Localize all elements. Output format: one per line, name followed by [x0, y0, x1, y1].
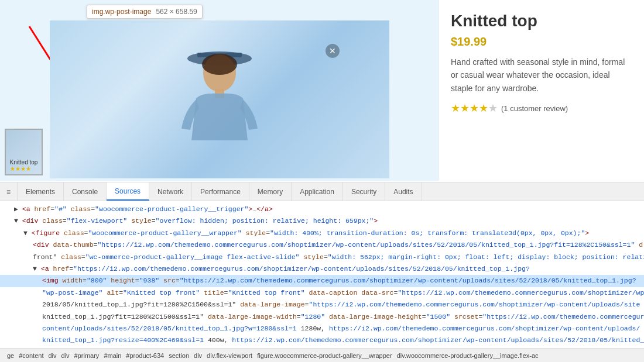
code-line[interactable]: content/uploads/sites/52/2018/05/knitted… [0, 323, 644, 335]
code-line[interactable]: ▼ <figure class="woocommerce-product-gal… [0, 227, 644, 239]
breadcrumb-item[interactable]: #main [101, 352, 124, 359]
breadcrumb-item[interactable]: div [59, 352, 72, 359]
breadcrumb-bar: ge #content div div #primary #main #prod… [0, 348, 644, 362]
product-area: img.wp-post-image 562 × 658.59 Knitted t… [0, 0, 644, 181]
product-title: Knitted top [451, 12, 632, 30]
tab-menu[interactable]: ≡ [0, 182, 18, 201]
tab-performance[interactable]: Performance [192, 182, 249, 201]
tab-console[interactable]: Console [64, 182, 107, 201]
breadcrumb-item[interactable]: #content [16, 352, 46, 359]
tab-sources[interactable]: Sources [107, 182, 149, 201]
thumbnail-item[interactable]: Knitted top ★★★★ [5, 129, 43, 175]
tab-security[interactable]: Security [343, 182, 385, 201]
tooltip-dimensions: 562 × 658.59 [156, 8, 197, 16]
code-line[interactable]: ▶ <a href="#" class="woocommerce-product… [0, 204, 644, 215]
gallery-area: img.wp-post-image 562 × 658.59 Knitted t… [0, 0, 439, 181]
code-line[interactable]: 2018/05/knitted_top_1.jpg?fit=1280%2C150… [0, 299, 644, 311]
product-image-silhouette [155, 23, 284, 175]
thumb-label: Knitted top [10, 159, 38, 166]
review-count: (1 customer review) [501, 104, 568, 113]
devtools-tabs: ≡ Elements Console Sources Network Perfo… [0, 182, 644, 201]
product-price: $19.99 [451, 35, 632, 49]
code-line[interactable]: <div data-thumb="https://i2.wp.com/theme… [0, 239, 644, 251]
breadcrumb-item[interactable]: div [46, 352, 59, 359]
devtools-panel: ≡ Elements Console Sources Network Perfo… [0, 182, 644, 362]
thumb-stars: ★★★★ [10, 166, 38, 172]
code-line-selected[interactable]: <img width="800" height="938" src="https… [0, 275, 644, 287]
main-product-image: ✕ [50, 20, 389, 178]
code-line[interactable]: ▼ <a href="https://i2.wp.com/themedemo.c… [0, 263, 644, 275]
tab-elements[interactable]: Elements [18, 182, 64, 201]
code-line[interactable]: front" class="wc-ommerce-product-gallery… [0, 251, 644, 263]
code-line[interactable]: ▼ <div class="flex-viewport" style="over… [0, 215, 644, 227]
breadcrumb-item[interactable]: #primary [72, 352, 102, 359]
breadcrumb-item[interactable]: ge [5, 352, 16, 359]
code-line[interactable]: "wp-post-image" alt="Knitted top front" … [0, 287, 644, 299]
svg-point-5 [202, 54, 237, 75]
tooltip-tag: img.wp-post-image [92, 8, 151, 16]
element-tooltip: img.wp-post-image 562 × 658.59 [87, 5, 203, 19]
close-button[interactable]: ✕ [326, 44, 340, 58]
breadcrumb-item[interactable]: figure.woocommerce-product-gallery__wrap… [255, 352, 395, 359]
tab-audits[interactable]: Audits [385, 182, 422, 201]
rating-stars: ★★★★★ [451, 102, 498, 115]
breadcrumb-item[interactable]: #product-634 [124, 352, 166, 359]
breadcrumb-item-section[interactable]: section [166, 352, 191, 359]
tab-network[interactable]: Network [149, 182, 192, 201]
breadcrumb-item[interactable]: div [191, 352, 204, 359]
tab-memory[interactable]: Memory [249, 182, 292, 201]
code-line[interactable]: knitted_top_1.jpg?resize=400%2C469&ssl=1… [0, 335, 644, 346]
breadcrumb-item[interactable]: div.flex-viewport [204, 352, 255, 359]
product-info: Knitted top $19.99 Hand crafted with sea… [439, 0, 644, 181]
product-description: Hand crafted with seasonal style in mind… [451, 56, 632, 95]
tab-application[interactable]: Application [292, 182, 343, 201]
breadcrumb-item[interactable]: div.woocommerce-product-gallery__image.f… [395, 352, 541, 359]
thumbnail-list: Knitted top ★★★★ [5, 129, 43, 175]
devtools-code-view[interactable]: ▶ <a href="#" class="woocommerce-product… [0, 201, 644, 348]
product-rating: ★★★★★ (1 customer review) [451, 102, 632, 115]
code-line[interactable]: knitted_top_1.jpg?fit=1280%2C1500&ssl=1"… [0, 311, 644, 323]
